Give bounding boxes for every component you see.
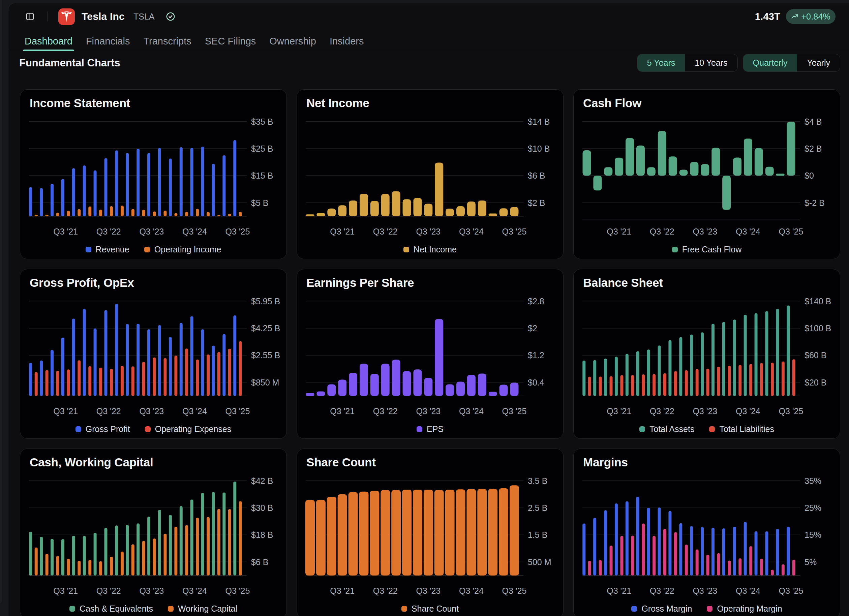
bar-operating-margin-Q325[interactable] (792, 560, 795, 576)
bar-gross-profit-Q123[interactable] (126, 324, 129, 396)
bar-total-liabilities-Q125[interactable] (771, 363, 774, 396)
bar-share-count-Q421[interactable] (349, 492, 358, 575)
bar-operating-expenses-Q225[interactable] (228, 349, 231, 396)
bar-total-liabilities-Q325[interactable] (792, 359, 795, 396)
bar-operating-income-Q223[interactable] (142, 210, 145, 216)
bar-eps-Q324[interactable] (467, 375, 475, 396)
bar-operating-margin-Q423[interactable] (717, 554, 720, 576)
legend-item-total-assets[interactable]: Total Assets (639, 424, 694, 434)
bar-gross-margin-Q121[interactable] (593, 518, 596, 576)
bar-gross-profit-Q222[interactable] (94, 329, 97, 396)
bar-operating-margin-Q221[interactable] (610, 546, 613, 575)
toggle-quarterly[interactable]: Quarterly (743, 54, 797, 71)
bar-operating-margin-Q323[interactable] (706, 555, 709, 576)
bar-revenue-Q420[interactable] (29, 187, 32, 216)
bar-total-assets-Q221[interactable] (604, 359, 607, 396)
bar-revenue-Q224[interactable] (180, 147, 183, 216)
toggle-yearly[interactable]: Yearly (797, 54, 840, 71)
bar-free-cash-flow-Q420[interactable] (583, 150, 591, 176)
legend-item-share-count[interactable]: Share Count (401, 604, 459, 614)
legend-item-net-income[interactable]: Net Income (404, 245, 457, 254)
bar-operating-expenses-Q123[interactable] (131, 366, 134, 396)
bar-cash-equivalents-Q125[interactable] (212, 492, 215, 576)
bar-working-capital-Q222[interactable] (99, 561, 102, 575)
toggle-5-years[interactable]: 5 Years (637, 54, 685, 71)
bar-eps-Q225[interactable] (499, 385, 508, 396)
bar-net-income-Q323[interactable] (424, 204, 432, 216)
bar-operating-expenses-Q222[interactable] (99, 368, 102, 396)
bar-operating-income-Q323[interactable] (153, 211, 156, 216)
bar-operating-income-Q422[interactable] (121, 205, 124, 216)
bar-total-liabilities-Q225[interactable] (782, 362, 785, 396)
bar-operating-expenses-Q223[interactable] (142, 362, 145, 396)
bar-operating-margin-Q324[interactable] (749, 546, 752, 576)
bar-gross-profit-Q122[interactable] (83, 309, 86, 396)
bar-eps-Q321[interactable] (338, 379, 347, 396)
bar-gross-margin-Q225[interactable] (776, 529, 779, 576)
bar-share-count-Q324[interactable] (466, 489, 476, 575)
bar-net-income-Q321[interactable] (338, 205, 347, 216)
bar-eps-Q125[interactable] (489, 392, 497, 396)
tab-ownership[interactable]: Ownership (269, 36, 316, 51)
bar-total-liabilities-Q122[interactable] (642, 374, 645, 396)
bar-net-income-Q421[interactable] (349, 201, 357, 216)
bar-net-income-Q422[interactable] (392, 191, 401, 216)
bar-working-capital-Q325[interactable] (239, 501, 242, 575)
bar-free-cash-flow-Q322[interactable] (658, 131, 666, 176)
bar-net-income-Q322[interactable] (381, 194, 390, 216)
bar-share-count-Q221[interactable] (327, 497, 337, 576)
bar-total-assets-Q322[interactable] (658, 345, 661, 396)
bar-total-assets-Q223[interactable] (690, 335, 693, 396)
bar-total-liabilities-Q123[interactable] (685, 370, 688, 396)
bar-operating-margin-Q224[interactable] (739, 558, 742, 576)
bar-eps-Q221[interactable] (327, 384, 336, 396)
bar-operating-expenses-Q121[interactable] (46, 370, 49, 396)
bar-working-capital-Q423[interactable] (164, 534, 167, 576)
bar-revenue-Q325[interactable] (233, 140, 236, 216)
bar-share-count-Q322[interactable] (381, 490, 390, 576)
bar-total-assets-Q325[interactable] (786, 305, 790, 396)
bar-revenue-Q121[interactable] (40, 188, 43, 216)
bar-total-assets-Q123[interactable] (679, 337, 682, 396)
bar-free-cash-flow-Q223[interactable] (690, 162, 699, 176)
bar-free-cash-flow-Q324[interactable] (744, 138, 752, 176)
bar-eps-Q121[interactable] (316, 391, 325, 396)
bar-gross-margin-Q122[interactable] (636, 497, 639, 576)
bar-revenue-Q423[interactable] (158, 148, 161, 216)
bar-revenue-Q221[interactable] (51, 184, 54, 216)
bar-operating-expenses-Q324[interactable] (196, 360, 199, 396)
bar-net-income-Q125[interactable] (489, 213, 497, 216)
bar-operating-income-Q322[interactable] (110, 206, 113, 216)
bar-operating-income-Q421[interactable] (77, 209, 80, 216)
bar-operating-income-Q121[interactable] (46, 215, 49, 216)
bar-cash-equivalents-Q225[interactable] (222, 493, 225, 576)
bar-gross-margin-Q325[interactable] (786, 527, 790, 576)
bar-eps-Q423[interactable] (435, 319, 443, 396)
bar-operating-margin-Q225[interactable] (782, 564, 785, 576)
bar-cash-equivalents-Q121[interactable] (40, 537, 43, 576)
tab-sec-filings[interactable]: SEC Filings (205, 36, 256, 51)
bar-net-income-Q420[interactable] (306, 214, 314, 216)
bar-gross-profit-Q121[interactable] (40, 360, 43, 396)
bar-share-count-Q323[interactable] (424, 490, 433, 576)
bar-free-cash-flow-Q321[interactable] (615, 158, 623, 176)
bar-gross-margin-Q221[interactable] (604, 510, 607, 576)
bar-operating-income-Q225[interactable] (228, 214, 231, 216)
tab-dashboard[interactable]: Dashboard (25, 36, 73, 51)
bar-gross-profit-Q223[interactable] (137, 324, 140, 396)
bar-cash-equivalents-Q223[interactable] (137, 523, 140, 575)
bar-share-count-Q122[interactable] (359, 492, 368, 576)
bar-share-count-Q420[interactable] (305, 500, 315, 576)
bar-revenue-Q322[interactable] (104, 158, 107, 216)
bar-cash-equivalents-Q421[interactable] (72, 536, 75, 576)
bar-operating-expenses-Q420[interactable] (35, 372, 38, 396)
bar-operating-expenses-Q424[interactable] (207, 354, 210, 396)
bar-net-income-Q423[interactable] (435, 162, 443, 216)
bar-revenue-Q321[interactable] (61, 179, 64, 216)
bar-revenue-Q424[interactable] (201, 147, 204, 216)
bar-cash-equivalents-Q123[interactable] (126, 525, 129, 576)
bar-free-cash-flow-Q222[interactable] (647, 167, 655, 176)
bar-operating-expenses-Q325[interactable] (239, 341, 242, 396)
bar-total-assets-Q122[interactable] (636, 351, 639, 396)
bar-total-assets-Q125[interactable] (765, 311, 768, 396)
